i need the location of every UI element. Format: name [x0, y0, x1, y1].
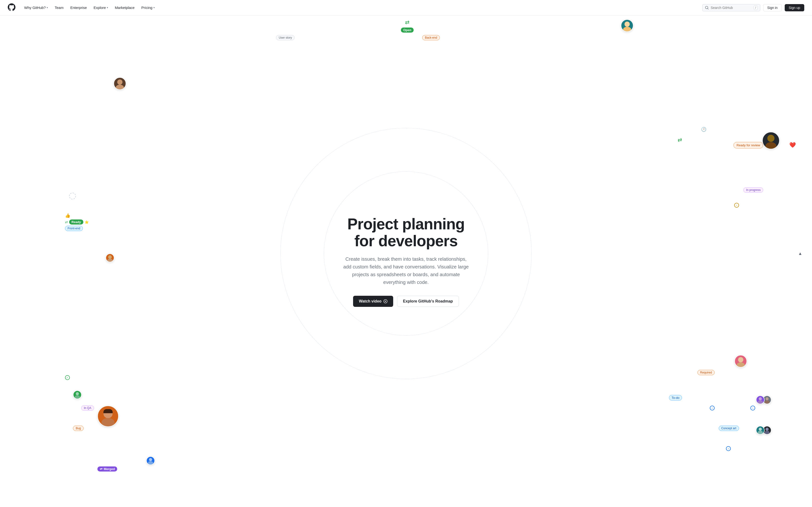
float-in-qa: In QA [81, 406, 94, 410]
float-user-story: User story [276, 35, 295, 40]
watch-video-label: Watch video [359, 299, 382, 303]
ready-for-review-tag: Ready for review [733, 142, 763, 149]
avatar-top-right [621, 19, 633, 32]
signup-button[interactable]: Sign up [785, 4, 804, 11]
chevron-down-icon: ▾ [153, 6, 155, 9]
float-right-review-avatar [762, 132, 779, 149]
ready-badge: Ready [69, 219, 83, 225]
float-ready-group: 👍 ⇄ Ready ⭐ Front-end [65, 213, 89, 231]
nav-why-github[interactable]: Why GitHub? ▾ [21, 4, 51, 12]
float-left-small-avatar [106, 253, 114, 262]
svg-point-5 [107, 259, 113, 262]
svg-point-15 [758, 431, 763, 434]
svg-point-23 [148, 461, 153, 465]
svg-point-22 [149, 458, 152, 461]
search-input[interactable] [711, 6, 752, 10]
explore-roadmap-button[interactable]: Explore GitHub's Roadmap [397, 296, 459, 307]
float-bottom-right-avatar-1 [734, 355, 747, 368]
svg-point-1 [116, 85, 124, 90]
svg-point-8 [738, 357, 743, 362]
nav-explore[interactable]: Explore ▾ [91, 4, 111, 12]
hero-subtitle: Create issues, break them into tasks, tr… [343, 255, 469, 286]
hero-section: ⇄ Open User story Back-end 👍 [0, 0, 812, 507]
dashed-circle-left [69, 193, 76, 200]
play-icon [384, 299, 388, 303]
open-badge: Open [401, 27, 414, 33]
in-progress-tag: In progress [743, 187, 763, 193]
svg-point-6 [767, 135, 774, 142]
in-qa-tag: In QA [81, 405, 94, 411]
avatar-bl-2 [146, 456, 155, 465]
float-concept-circle: ○ [726, 446, 731, 451]
svg-point-4 [108, 255, 112, 259]
merged-badge: ⇌ Merged [97, 466, 117, 471]
svg-point-7 [765, 142, 776, 149]
avatar-br-2 [756, 395, 765, 404]
svg-point-10 [759, 397, 762, 400]
float-right-review-group: Ready for review [733, 142, 763, 149]
bug-tag: Bug [73, 426, 83, 431]
nav-enterprise[interactable]: Enterprise [67, 4, 90, 12]
float-todo: To-do [669, 395, 682, 400]
float-right-pr: ⇄ [678, 137, 682, 143]
avatar-bl-small [73, 390, 82, 399]
chevron-up-button[interactable]: ▲ [798, 251, 802, 256]
float-merged: ⇌ Merged [97, 466, 117, 471]
float-in-progress: In progress [743, 187, 763, 192]
float-heart: ❤️ [789, 142, 796, 148]
avatar-br-4 [756, 426, 765, 435]
float-bl-small-avatar [73, 390, 82, 399]
avatar-right-review [762, 132, 779, 149]
concept-art-tag: Concept art [719, 426, 739, 431]
svg-point-17 [764, 431, 769, 434]
svg-point-11 [758, 400, 763, 404]
nav-marketplace[interactable]: Marketplace [112, 4, 138, 12]
github-logo[interactable] [8, 3, 15, 12]
hero-title: Project planning for developers [343, 216, 469, 249]
search-box[interactable]: / [702, 4, 760, 11]
svg-point-2 [624, 21, 630, 27]
pr-merge-icon: ⇄ [405, 19, 409, 25]
pr-icon-right: ⇄ [678, 137, 682, 143]
watch-video-button[interactable]: Watch video [353, 296, 393, 307]
float-br-avatars [756, 395, 771, 404]
float-bug: Bug [73, 426, 83, 430]
backend-tag: Back-end [422, 35, 440, 40]
search-shortcut: / [754, 6, 757, 10]
avatar-bl-large [97, 406, 119, 427]
float-br-bottom-avatars [756, 426, 771, 435]
nav-pricing[interactable]: Pricing ▾ [139, 4, 158, 12]
svg-point-0 [117, 79, 123, 85]
float-right-circle-check: ○ [734, 203, 739, 208]
circle-check-br-2: ○ [750, 406, 755, 410]
required-tag: Required [698, 370, 715, 375]
svg-point-18 [76, 392, 79, 395]
float-pr-open: ⇄ Open [401, 19, 414, 33]
chevron-down-icon: ▾ [47, 6, 48, 9]
frontend-tag: Front-end [65, 226, 83, 231]
svg-point-21 [101, 418, 115, 427]
circle-check-concept: ○ [726, 446, 731, 451]
float-bl-avatar-2 [146, 456, 155, 465]
float-top-left [114, 77, 126, 90]
todo-tag: To-do [669, 395, 682, 400]
circle-check-orange: ○ [734, 203, 739, 208]
svg-point-19 [75, 395, 80, 399]
float-concept-art: Concept art [719, 426, 739, 430]
float-br-circle-2: ○ [750, 406, 755, 410]
user-story-tag: User story [276, 35, 295, 40]
svg-point-12 [766, 397, 769, 400]
float-bl-large-avatar [97, 406, 119, 427]
avatar-left-top [114, 77, 126, 90]
signin-button[interactable]: Sign in [763, 4, 782, 11]
search-icon [705, 6, 709, 10]
avatar-left-small [106, 253, 114, 262]
svg-point-13 [764, 400, 769, 404]
float-top-right-avatar [621, 19, 633, 32]
float-required: Required [698, 370, 715, 375]
svg-point-9 [737, 362, 745, 368]
nav-team[interactable]: Team [52, 4, 66, 12]
float-br-circles: ○ [710, 406, 715, 410]
float-bl-circle: ✓ [65, 375, 70, 380]
float-dot-circle-left [69, 193, 76, 200]
